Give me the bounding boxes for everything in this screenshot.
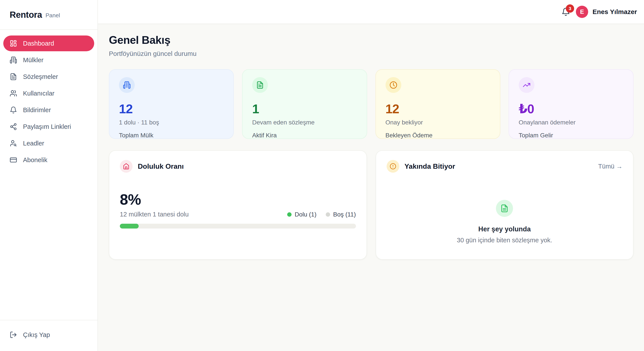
- occupancy-title: Doluluk Oranı: [138, 162, 184, 170]
- stat-value: 1: [252, 102, 357, 115]
- sidebar-item-contracts[interactable]: Sözleşmeler: [3, 69, 94, 84]
- legend-occupied-label: Dolu (1): [294, 211, 316, 218]
- stat-detail: Devam eden sözleşme: [252, 119, 357, 126]
- alert-circle-icon: [386, 160, 399, 173]
- stat-detail: 1 dolu · 11 boş: [119, 119, 224, 126]
- topbar: 3 E Enes Yılmazer: [98, 0, 644, 24]
- notifications-button[interactable]: 3: [562, 8, 570, 16]
- sidebar-item-subscription[interactable]: Abonelik: [3, 152, 94, 168]
- vacant-dot: [326, 212, 330, 217]
- expiring-panel: Yakında Bitiyor Tümü → Her şey yolunda 3…: [376, 150, 634, 260]
- share-icon: [10, 123, 17, 130]
- sidebar-item-label: Sözleşmeler: [23, 73, 58, 80]
- sidebar-item-label: Paylaşım Linkleri: [23, 123, 71, 130]
- building-icon: [10, 56, 17, 64]
- avatar[interactable]: E: [576, 6, 588, 18]
- legend-vacant-label: Boş (11): [333, 211, 356, 218]
- sidebar-item-label: Kullanıcılar: [23, 90, 54, 97]
- progress-fill: [120, 224, 139, 228]
- sidebar-item-leads[interactable]: Leadler: [3, 136, 94, 151]
- panels-row: Doluluk Oranı 8% 12 mülkten 1 tanesi dol…: [109, 150, 634, 260]
- sidebar-item-label: Dashboard: [23, 40, 54, 47]
- sidebar-item-properties[interactable]: Mülkler: [3, 52, 94, 68]
- sidebar: Rentora Panel Dashboard Mülkler Sözleşme…: [0, 0, 98, 351]
- file-text-icon: [252, 77, 268, 93]
- occupancy-caption: 12 mülkten 1 tanesi dolu: [120, 211, 188, 218]
- occupancy-percent: 8%: [120, 192, 356, 207]
- sidebar-item-label: Abonelik: [23, 156, 47, 164]
- occupancy-header: Doluluk Oranı: [120, 160, 356, 173]
- building-icon: [119, 77, 135, 93]
- stat-value: 12: [386, 102, 490, 115]
- page-title: Genel Bakış: [109, 34, 634, 46]
- user-name: Enes Yılmazer: [592, 8, 637, 16]
- brand-suffix: Panel: [46, 12, 60, 19]
- occupancy-legend: Dolu (1) Boş (11): [287, 211, 356, 218]
- sidebar-nav: Dashboard Mülkler Sözleşmeler Kullanıcıl…: [0, 30, 98, 168]
- file-text-icon: [496, 200, 513, 217]
- sidebar-item-share-links[interactable]: Paylaşım Linkleri: [3, 119, 94, 134]
- expiring-title: Yakında Bitiyor: [404, 162, 455, 170]
- stat-card-total-income: ₺0 Onaylanan ödemeler Toplam Gelir: [509, 69, 634, 139]
- credit-card-icon: [10, 156, 17, 164]
- main-content: Genel Bakış Portföyünüzün güncel durumu …: [98, 24, 644, 351]
- sidebar-item-label: Leadler: [23, 140, 44, 147]
- legend-occupied: Dolu (1): [287, 211, 316, 218]
- occupied-dot: [287, 212, 292, 217]
- bell-icon: [10, 106, 17, 114]
- logout-button[interactable]: Çıkış Yap: [3, 327, 94, 343]
- sidebar-item-dashboard[interactable]: Dashboard: [3, 36, 94, 51]
- clock-icon: [386, 77, 401, 93]
- stat-label: Bekleyen Ödeme: [386, 132, 490, 139]
- stat-value: 12: [119, 102, 224, 115]
- trending-up-icon: [519, 77, 534, 93]
- sidebar-item-notifications[interactable]: Bildirimler: [3, 102, 94, 118]
- file-text-icon: [10, 73, 17, 80]
- stats-row: 12 1 dolu · 11 boş Toplam Mülk 1 Devam e…: [109, 69, 634, 139]
- notification-badge: 3: [566, 4, 574, 13]
- expiring-empty-state: Her şey yolunda 30 gün içinde biten sözl…: [386, 200, 623, 244]
- stat-card-active-rent: 1 Devam eden sözleşme Aktif Kira: [242, 69, 367, 139]
- sidebar-item-label: Bildirimler: [23, 106, 51, 114]
- occupancy-progress-track: [120, 224, 356, 228]
- home-icon: [120, 160, 132, 173]
- view-all-link[interactable]: Tümü →: [598, 163, 622, 170]
- brand-row: Rentora Panel: [0, 0, 98, 30]
- user-search-icon: [10, 140, 17, 147]
- layout-dashboard-icon: [10, 40, 17, 47]
- stat-label: Toplam Mülk: [119, 132, 224, 139]
- occupancy-panel: Doluluk Oranı 8% 12 mülkten 1 tanesi dol…: [109, 150, 367, 260]
- stat-label: Toplam Gelir: [519, 132, 624, 139]
- empty-state-caption: 30 gün içinde biten sözleşme yok.: [457, 237, 552, 244]
- legend-vacant: Boş (11): [326, 211, 356, 218]
- sidebar-bottom: Çıkış Yap: [0, 320, 98, 351]
- page-subtitle: Portföyünüzün güncel durumu: [109, 50, 634, 58]
- stat-detail: Onay bekliyor: [386, 119, 490, 126]
- stat-label: Aktif Kira: [252, 132, 357, 139]
- empty-state-title: Her şey yolunda: [478, 225, 531, 233]
- expiring-header: Yakında Bitiyor Tümü →: [386, 160, 623, 173]
- logout-label: Çıkış Yap: [23, 331, 50, 338]
- occupancy-caption-row: 12 mülkten 1 tanesi dolu Dolu (1) Boş (1…: [120, 211, 356, 218]
- stat-value: ₺0: [519, 102, 624, 115]
- sidebar-item-label: Mülkler: [23, 56, 43, 64]
- stat-card-pending-payment: 12 Onay bekliyor Bekleyen Ödeme: [376, 69, 500, 139]
- stat-detail: Onaylanan ödemeler: [519, 119, 624, 126]
- stat-card-total-properties: 12 1 dolu · 11 boş Toplam Mülk: [109, 69, 234, 139]
- users-icon: [10, 90, 17, 97]
- sidebar-item-users[interactable]: Kullanıcılar: [3, 86, 94, 101]
- brand-logo: Rentora: [10, 10, 42, 20]
- logout-icon: [10, 331, 17, 338]
